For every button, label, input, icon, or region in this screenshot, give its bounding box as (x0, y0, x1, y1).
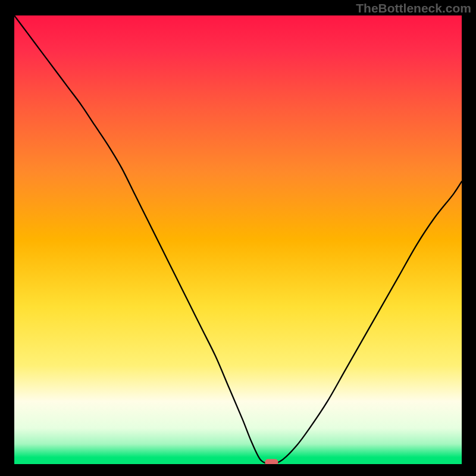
bottleneck-chart (14, 15, 462, 464)
chart-container: TheBottleneck.com (0, 0, 476, 476)
plot-area (14, 15, 462, 464)
watermark-text: TheBottleneck.com (356, 1, 471, 15)
gradient-background (14, 15, 462, 464)
optimal-marker (265, 459, 278, 465)
